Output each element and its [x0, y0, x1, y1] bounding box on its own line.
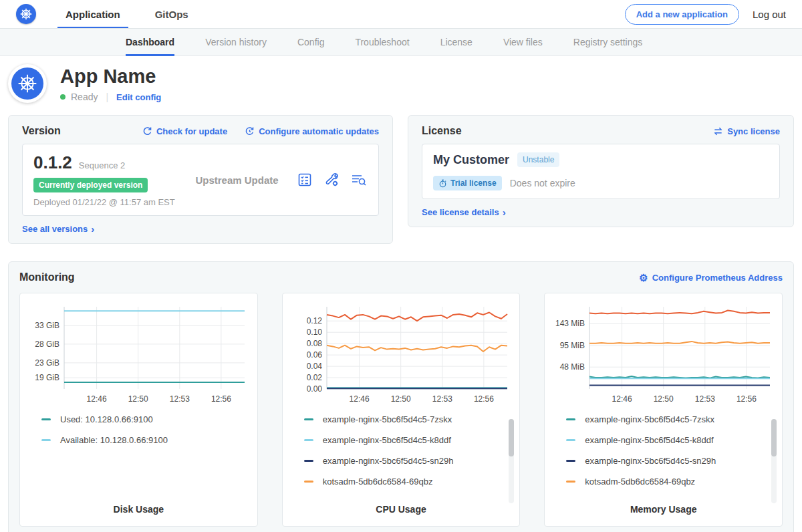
status-badge: Ready	[71, 92, 98, 102]
disk-usage-panel: 19 GiB23 GiB28 GiB33 GiB12:4612:5012:531…	[19, 293, 258, 527]
legend-item: example-nginx-5bc6f5d4c5-k8ddf	[566, 435, 777, 445]
svg-text:12:46: 12:46	[350, 394, 370, 404]
see-all-versions-link[interactable]: See all versions ›	[22, 224, 379, 234]
legend-item: example-nginx-5bc6f5d4c5-7zskx	[304, 414, 515, 424]
tab-dashboard[interactable]: Dashboard	[126, 29, 174, 55]
chart-title: Disk Usage	[25, 504, 252, 515]
expiry-label: Does not expire	[510, 178, 575, 188]
legend-label: example-nginx-5bc6f5d4c5-sn29h	[323, 456, 454, 466]
legend-label: example-nginx-5bc6f5d4c5-sn29h	[585, 456, 716, 466]
svg-text:12:50: 12:50	[128, 394, 148, 404]
svg-text:0.04: 0.04	[307, 362, 323, 371]
version-card-title: Version	[22, 125, 61, 137]
memory-usage-panel: 48 MiB95 MiB143 MiB12:4612:5012:5312:56 …	[544, 293, 783, 527]
tab-config[interactable]: Config	[297, 29, 324, 55]
legend-label: example-nginx-5bc6f5d4c5-7zskx	[323, 414, 452, 424]
legend-label: example-nginx-5bc6f5d4c5-k8ddf	[323, 435, 451, 445]
config-wrench-icon[interactable]	[323, 172, 340, 188]
logo-wrap	[16, 0, 36, 28]
refresh-icon	[142, 126, 152, 136]
license-card: License Sync license My Customer Unstabl…	[408, 115, 794, 227]
legend-label: example-nginx-5bc6f5d4c5-7zskx	[585, 414, 714, 424]
sync-license-button[interactable]: Sync license	[713, 126, 780, 136]
tab-registry-settings[interactable]: Registry settings	[573, 29, 642, 55]
svg-text:12:53: 12:53	[170, 394, 190, 404]
svg-text:12:46: 12:46	[612, 394, 632, 404]
kubernetes-logo-icon	[16, 4, 36, 24]
tab-troubleshoot[interactable]: Troubleshoot	[355, 29, 409, 55]
legend-color-dash	[566, 439, 575, 441]
gear-icon: ⚙	[639, 273, 648, 283]
configure-automatic-updates-button[interactable]: Configure automatic updates	[245, 126, 379, 136]
check-for-update-button[interactable]: Check for update	[142, 126, 227, 136]
svg-text:12:50: 12:50	[391, 394, 411, 404]
view-logs-icon[interactable]	[350, 172, 368, 188]
version-source-label: Upstream Update	[177, 174, 297, 186]
current-version-panel: 0.1.2 Sequence 2 Currently deployed vers…	[22, 144, 379, 216]
disk-usage-legend: Used: 10.128.0.66:9100Available: 10.128.…	[41, 414, 252, 496]
legend-scrollbar-thumb[interactable]	[509, 419, 514, 456]
cpu-usage-legend: example-nginx-5bc6f5d4c5-7zskxexample-ng…	[304, 414, 515, 496]
svg-text:12:53: 12:53	[694, 394, 714, 404]
legend-scrollbar-thumb[interactable]	[771, 419, 777, 456]
version-number: 0.1.2	[33, 152, 72, 173]
svg-text:12:56: 12:56	[211, 394, 231, 404]
divider: |	[103, 92, 111, 102]
legend-item: example-nginx-5bc6f5d4c5-7zskx	[566, 414, 777, 424]
customer-name: My Customer	[433, 153, 509, 167]
deployed-timestamp: Deployed 01/21/22 @ 11:57 am EST	[33, 197, 177, 207]
tab-version-history[interactable]: Version history	[205, 29, 267, 55]
svg-text:12:56: 12:56	[474, 394, 494, 404]
sync-arrows-icon	[713, 126, 723, 136]
svg-text:19 GiB: 19 GiB	[35, 373, 60, 382]
kubernetes-wheel-icon	[11, 68, 43, 100]
configure-prometheus-button[interactable]: ⚙ Configure Prometheus Address	[639, 273, 783, 283]
legend-item: example-nginx-5bc6f5d4c5-sn29h	[304, 456, 515, 466]
legend-item: kotsadm-5db6dc6584-69qbz	[304, 477, 515, 487]
legend-color-dash	[566, 460, 575, 462]
sequence-label: Sequence 2	[79, 160, 125, 170]
add-application-button[interactable]: Add a new application	[625, 4, 739, 25]
currently-deployed-badge: Currently deployed version	[33, 178, 148, 192]
tab-view-files[interactable]: View files	[503, 29, 543, 55]
legend-label: kotsadm-5db6dc6584-69qbz	[585, 477, 695, 487]
cpu-usage-chart: 0.000.020.040.060.080.100.1212:4612:5012…	[291, 301, 511, 405]
svg-text:0.08: 0.08	[307, 339, 323, 348]
channel-badge: Unstable	[517, 152, 559, 167]
svg-text:0.10: 0.10	[307, 327, 323, 337]
top-tab-gitops[interactable]: GitOps	[152, 0, 191, 28]
legend-item: Available: 10.128.0.66:9100	[41, 435, 252, 445]
logout-button[interactable]: Log out	[753, 9, 786, 20]
legend-label: example-nginx-5bc6f5d4c5-k8ddf	[585, 435, 713, 445]
chevron-right-icon: ›	[91, 224, 94, 234]
svg-text:12:56: 12:56	[737, 394, 757, 404]
preflight-checklist-icon[interactable]	[297, 172, 313, 188]
license-type-badge: Trial license	[433, 176, 502, 190]
svg-text:12:46: 12:46	[87, 394, 107, 404]
license-card-title: License	[422, 125, 462, 137]
version-card: Version Check for update Configure autom…	[8, 115, 393, 244]
edit-config-link[interactable]: Edit config	[116, 92, 161, 102]
legend-item: Used: 10.128.0.66:9100	[41, 414, 252, 424]
app-header: App Name Ready | Edit config	[0, 56, 802, 112]
svg-text:33 GiB: 33 GiB	[35, 321, 60, 330]
see-license-details-link[interactable]: See license details ›	[422, 207, 780, 217]
tab-license[interactable]: License	[440, 29, 473, 55]
chart-title: CPU Usage	[288, 504, 515, 515]
top-tab-application[interactable]: Application	[63, 0, 123, 28]
stopwatch-icon	[438, 179, 447, 188]
legend-color-dash	[41, 439, 51, 441]
auto-update-clock-icon	[245, 126, 255, 136]
legend-color-dash	[304, 460, 313, 462]
charts-row: 19 GiB23 GiB28 GiB33 GiB12:4612:5012:531…	[19, 293, 783, 527]
svg-text:48 MiB: 48 MiB	[559, 362, 584, 372]
svg-text:23 GiB: 23 GiB	[35, 358, 60, 368]
legend-scrollbar[interactable]	[509, 419, 514, 503]
svg-text:0.00: 0.00	[307, 384, 323, 394]
memory-usage-legend: example-nginx-5bc6f5d4c5-7zskxexample-ng…	[566, 414, 777, 496]
legend-scrollbar[interactable]	[771, 419, 777, 503]
cards-row: Version Check for update Configure autom…	[0, 112, 802, 244]
legend-label: Used: 10.128.0.66:9100	[60, 414, 153, 424]
ready-status-dot	[60, 94, 65, 100]
svg-text:12:53: 12:53	[432, 394, 452, 404]
